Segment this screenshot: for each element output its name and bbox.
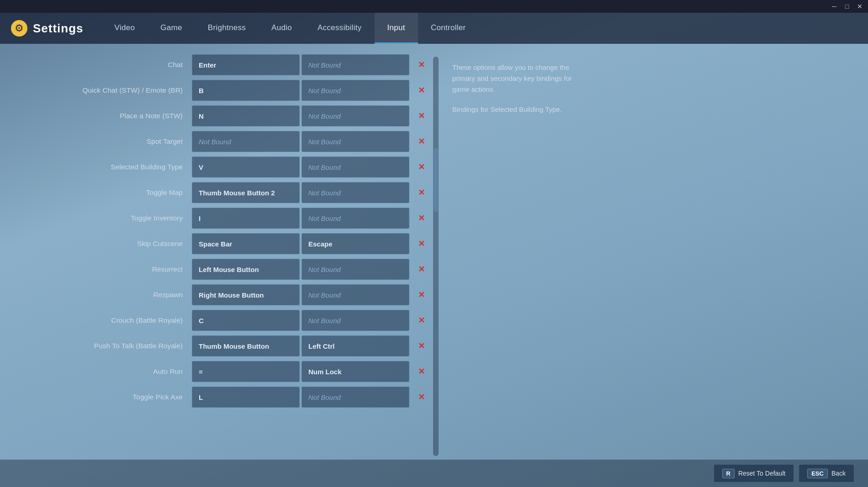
binding-clear-button[interactable]: ✕ xyxy=(412,54,430,75)
reset-key: R xyxy=(722,469,735,478)
binding-primary-key[interactable]: V xyxy=(192,157,300,178)
binding-row: ResurrectLeft Mouse ButtonNot Bound✕ xyxy=(14,257,433,281)
binding-clear-button[interactable]: ✕ xyxy=(412,335,430,356)
bindings-table-wrapper: ChatEnterNot Bound✕Quick Chat (STW) / Em… xyxy=(14,53,439,460)
info-panel: These options allow you to change the pr… xyxy=(439,53,594,460)
binding-primary-key[interactable]: Thumb Mouse Button 2 xyxy=(192,182,300,203)
binding-action-label: Auto Run xyxy=(14,367,192,376)
binding-row: Quick Chat (STW) / Emote (BR)BNot Bound✕ xyxy=(14,79,433,102)
binding-action-label: Quick Chat (STW) / Emote (BR) xyxy=(14,86,192,94)
binding-clear-button[interactable]: ✕ xyxy=(412,233,430,254)
reset-label: Reset To Default xyxy=(738,470,785,477)
bindings-area: ChatEnterNot Bound✕Quick Chat (STW) / Em… xyxy=(0,53,439,460)
nav-tab-game[interactable]: Game xyxy=(148,13,195,44)
binding-primary-key[interactable]: Enter xyxy=(192,54,300,75)
binding-secondary-key[interactable]: Not Bound xyxy=(302,54,409,75)
info-description: These options allow you to change the pr… xyxy=(452,62,580,95)
binding-action-label: Skip Cutscene xyxy=(14,240,192,248)
bindings-list: ChatEnterNot Bound✕Quick Chat (STW) / Em… xyxy=(14,53,433,460)
nav-tab-input[interactable]: Input xyxy=(375,13,418,44)
app-title: Settings xyxy=(33,21,84,36)
binding-action-label: Crouch (Battle Royale) xyxy=(14,316,192,325)
binding-row: Toggle MapThumb Mouse Button 2Not Bound✕ xyxy=(14,181,433,204)
binding-secondary-key[interactable]: Not Bound xyxy=(302,284,409,305)
binding-clear-button[interactable]: ✕ xyxy=(412,80,430,101)
binding-primary-key[interactable]: I xyxy=(192,208,300,229)
binding-action-label: Chat xyxy=(14,61,192,69)
binding-action-label: Spot Target xyxy=(14,137,192,146)
binding-primary-key[interactable]: Left Mouse Button xyxy=(192,259,300,280)
binding-clear-button[interactable]: ✕ xyxy=(412,284,430,305)
binding-primary-key[interactable]: B xyxy=(192,80,300,101)
binding-primary-key[interactable]: N xyxy=(192,105,300,126)
reset-to-default-button[interactable]: R Reset To Default xyxy=(714,464,794,482)
binding-clear-button[interactable]: ✕ xyxy=(412,157,430,178)
binding-row: Crouch (Battle Royale)CNot Bound✕ xyxy=(14,309,433,332)
binding-secondary-key[interactable]: Not Bound xyxy=(302,157,409,178)
binding-secondary-key[interactable]: Not Bound xyxy=(302,182,409,203)
binding-action-label: Push To Talk (Battle Royale) xyxy=(14,342,192,350)
binding-secondary-key[interactable]: Not Bound xyxy=(302,208,409,229)
binding-primary-key[interactable]: Space Bar xyxy=(192,233,300,254)
binding-action-label: Toggle Map xyxy=(14,189,192,197)
bottom-bar: R Reset To Default ESC Back xyxy=(0,460,868,487)
main-window: Settings VideoGameBrightnessAudioAccessi… xyxy=(0,13,868,487)
binding-primary-key[interactable]: Thumb Mouse Button xyxy=(192,335,300,356)
binding-secondary-key[interactable]: Num Lock xyxy=(302,361,409,382)
nav-tab-brightness[interactable]: Brightness xyxy=(195,13,259,44)
binding-row: Toggle Pick AxeLNot Bound✕ xyxy=(14,385,433,409)
binding-row: Push To Talk (Battle Royale)Thumb Mouse … xyxy=(14,334,433,358)
binding-primary-key[interactable]: L xyxy=(192,387,300,408)
binding-clear-button[interactable]: ✕ xyxy=(412,259,430,280)
binding-clear-button[interactable]: ✕ xyxy=(412,208,430,229)
minimize-button[interactable]: ─ xyxy=(830,2,839,11)
nav-tab-controller[interactable]: Controller xyxy=(418,13,479,44)
binding-secondary-key[interactable]: Not Bound xyxy=(302,131,409,152)
binding-row: Auto Run=Num Lock✕ xyxy=(14,360,433,383)
binding-primary-key[interactable]: Right Mouse Button xyxy=(192,284,300,305)
scrollbar[interactable] xyxy=(433,57,439,456)
binding-row: Skip CutsceneSpace BarEscape✕ xyxy=(14,232,433,256)
content-area: ChatEnterNot Bound✕Quick Chat (STW) / Em… xyxy=(0,44,868,460)
binding-row: ChatEnterNot Bound✕ xyxy=(14,53,433,77)
scroll-thumb[interactable] xyxy=(434,148,438,212)
binding-primary-key[interactable]: Not Bound xyxy=(192,131,300,152)
binding-action-label: Resurrect xyxy=(14,265,192,273)
binding-secondary-key[interactable]: Not Bound xyxy=(302,310,409,331)
binding-clear-button[interactable]: ✕ xyxy=(412,387,430,408)
binding-secondary-key[interactable]: Left Ctrl xyxy=(302,335,409,356)
binding-secondary-key[interactable]: Not Bound xyxy=(302,105,409,126)
nav-tabs: VideoGameBrightnessAudioAccessibilityInp… xyxy=(102,13,479,44)
logo-area: Settings xyxy=(11,20,84,37)
binding-row: Selected Building TypeVNot Bound✕ xyxy=(14,155,433,179)
close-button[interactable]: ✕ xyxy=(855,2,864,11)
binding-primary-key[interactable]: C xyxy=(192,310,300,331)
back-button[interactable]: ESC Back xyxy=(799,464,854,482)
back-label: Back xyxy=(831,470,846,477)
nav-tab-video[interactable]: Video xyxy=(102,13,148,44)
binding-secondary-key[interactable]: Not Bound xyxy=(302,387,409,408)
binding-clear-button[interactable]: ✕ xyxy=(412,131,430,152)
binding-clear-button[interactable]: ✕ xyxy=(412,105,430,126)
binding-secondary-key[interactable]: Not Bound xyxy=(302,80,409,101)
binding-action-label: Respawn xyxy=(14,291,192,299)
maximize-button[interactable]: □ xyxy=(842,2,852,11)
nav-tab-accessibility[interactable]: Accessibility xyxy=(305,13,374,44)
settings-icon xyxy=(11,20,27,37)
binding-secondary-key[interactable]: Escape xyxy=(302,233,409,254)
binding-secondary-key[interactable]: Not Bound xyxy=(302,259,409,280)
binding-clear-button[interactable]: ✕ xyxy=(412,361,430,382)
binding-action-label: Toggle Pick Axe xyxy=(14,393,192,401)
binding-action-label: Toggle Inventory xyxy=(14,214,192,222)
nav-tab-audio[interactable]: Audio xyxy=(259,13,305,44)
binding-primary-key[interactable]: = xyxy=(192,361,300,382)
back-key: ESC xyxy=(807,469,828,478)
binding-clear-button[interactable]: ✕ xyxy=(412,182,430,203)
binding-action-label: Selected Building Type xyxy=(14,163,192,171)
binding-clear-button[interactable]: ✕ xyxy=(412,310,430,331)
binding-row: Toggle InventoryINot Bound✕ xyxy=(14,206,433,230)
info-note: Bindings for Selected Building Type. xyxy=(452,104,580,115)
navbar: Settings VideoGameBrightnessAudioAccessi… xyxy=(0,13,868,44)
window-chrome: ─ □ ✕ xyxy=(0,0,868,13)
binding-row: Place a Note (STW)NNot Bound✕ xyxy=(14,104,433,128)
